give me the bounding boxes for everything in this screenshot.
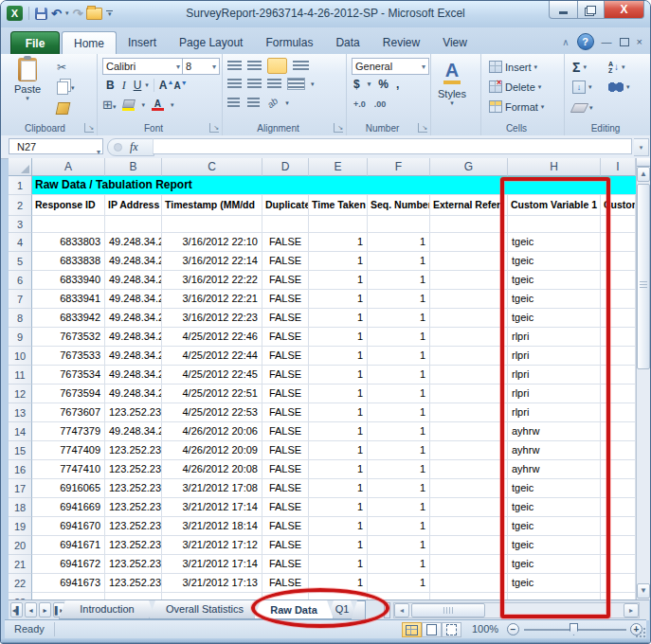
format-button[interactable]: Format▾ <box>486 98 547 116</box>
cell-E11[interactable]: 1 <box>309 366 368 385</box>
increase-decimal-button[interactable]: +.0 <box>353 99 366 109</box>
cell-C11[interactable]: 4/25/2012 22:45 <box>162 366 262 385</box>
cell-F6[interactable]: 1 <box>368 271 430 290</box>
view-page-break-button[interactable] <box>442 622 461 637</box>
zoom-level[interactable]: 100% <box>472 623 498 635</box>
cell-G16[interactable] <box>430 460 508 479</box>
cell-G13[interactable] <box>430 403 508 422</box>
cell-G23[interactable] <box>430 593 508 599</box>
excel-logo-icon[interactable]: X <box>7 6 23 21</box>
cell-B2[interactable]: IP Address <box>105 195 162 216</box>
scroll-up-button[interactable]: ▲ <box>637 167 650 182</box>
formula-input[interactable] <box>153 138 632 154</box>
column-header-H[interactable]: H <box>508 158 601 176</box>
cell-A10[interactable]: 7673533 <box>32 347 105 366</box>
cell-F4[interactable]: 1 <box>368 233 430 252</box>
cell-G3[interactable] <box>430 216 508 233</box>
v-scroll-thumb[interactable] <box>637 184 650 369</box>
cell-F7[interactable]: 1 <box>368 290 430 309</box>
cell-G15[interactable] <box>430 441 508 460</box>
cell-E9[interactable]: 1 <box>309 328 368 347</box>
cell-A5[interactable]: 6833838 <box>32 252 105 271</box>
cell-G6[interactable] <box>430 271 508 290</box>
cell-B10[interactable]: 49.248.34.202 <box>105 347 162 366</box>
orientation-dropdown-icon[interactable]: ▾ <box>285 99 289 107</box>
column-header-B[interactable]: B <box>105 158 162 176</box>
cell-C4[interactable]: 3/16/2012 22:10 <box>162 233 262 252</box>
cell-D17[interactable]: FALSE <box>262 479 309 498</box>
cell-F18[interactable]: 1 <box>368 498 430 517</box>
cell-D6[interactable]: FALSE <box>262 271 309 290</box>
workbook-close-button[interactable]: × <box>637 35 642 48</box>
cell-F10[interactable]: 1 <box>368 347 430 366</box>
row-header-8[interactable]: 8 <box>9 309 32 328</box>
cell-D4[interactable]: FALSE <box>262 233 309 252</box>
cell-A6[interactable]: 6833940 <box>32 271 105 290</box>
row-header-10[interactable]: 10 <box>9 347 32 366</box>
delete-button[interactable]: × Delete▾ <box>486 78 544 96</box>
cell-G12[interactable] <box>430 385 508 403</box>
cell-E19[interactable]: 1 <box>309 517 368 536</box>
cell-G7[interactable] <box>430 290 508 309</box>
underline-dropdown-icon[interactable]: ▾ <box>145 81 149 89</box>
row-header-13[interactable]: 13 <box>9 403 32 422</box>
workbook-restore-button[interactable] <box>620 38 629 46</box>
cell-C17[interactable]: 3/21/2012 17:08 <box>162 479 262 498</box>
cell-B12[interactable]: 49.248.34.202 <box>105 385 162 403</box>
cell-C22[interactable]: 3/21/2012 17:13 <box>162 574 262 593</box>
cell-E4[interactable]: 1 <box>309 233 368 252</box>
cell-G14[interactable] <box>430 422 508 441</box>
cell-C8[interactable]: 3/16/2012 22:23 <box>162 309 262 328</box>
view-normal-button[interactable] <box>402 622 422 637</box>
cell-B14[interactable]: 49.248.34.202 <box>105 422 162 441</box>
grow-font-button[interactable]: A▲ <box>159 79 174 92</box>
cell-E13[interactable]: 1 <box>309 403 368 422</box>
row-header-7[interactable]: 7 <box>9 290 32 309</box>
cell-F22[interactable]: 1 <box>368 574 430 593</box>
cell-C2[interactable]: Timestamp (MM/dd <box>162 195 262 216</box>
orientation-button[interactable]: ab <box>265 96 280 111</box>
undo-dropdown-icon[interactable]: ▾ <box>65 9 69 17</box>
row-header-6[interactable]: 6 <box>9 271 32 290</box>
row-header-22[interactable]: 22 <box>9 574 32 593</box>
borders-button[interactable]: ⊞▾ <box>102 98 116 112</box>
cell-A2[interactable]: Response ID <box>32 195 105 216</box>
next-sheet-button[interactable]: ▸ <box>39 602 51 617</box>
cell-F3[interactable] <box>368 216 430 233</box>
bold-button[interactable]: B <box>102 77 118 94</box>
row-header-18[interactable]: 18 <box>9 498 32 517</box>
font-size-select[interactable]: 8▾ <box>182 58 220 75</box>
cell-G9[interactable] <box>430 328 508 347</box>
fill-color-button[interactable] <box>122 99 135 111</box>
cell-C23[interactable] <box>162 593 262 599</box>
row-header-14[interactable]: 14 <box>9 422 32 441</box>
cell-C15[interactable]: 4/26/2012 20:09 <box>162 441 262 460</box>
cell-C14[interactable]: 4/26/2012 20:06 <box>162 422 262 441</box>
cell-D12[interactable]: FALSE <box>262 385 309 403</box>
cell-B23[interactable] <box>105 593 162 599</box>
cell-E8[interactable]: 1 <box>309 309 368 328</box>
vertical-scrollbar[interactable]: ▲ ▼ <box>636 158 650 599</box>
h-scroll-right-button[interactable]: ▸ <box>624 603 639 617</box>
cell-D16[interactable]: FALSE <box>262 460 309 479</box>
row-header-21[interactable]: 21 <box>9 555 32 574</box>
cell-G2[interactable]: External Refer <box>430 195 508 216</box>
minimize-button[interactable] <box>549 1 578 19</box>
cell-C10[interactable]: 4/25/2012 22:44 <box>162 347 262 366</box>
cell-F21[interactable]: 1 <box>368 555 430 574</box>
sort-filter-button[interactable]: AZ↓▾ <box>606 58 628 76</box>
cell-A13[interactable]: 7673607 <box>32 403 105 422</box>
cell-D9[interactable]: FALSE <box>262 328 309 347</box>
cell-A21[interactable]: 6941672 <box>32 555 105 574</box>
cell-G21[interactable] <box>430 555 508 574</box>
ribbon-tab-insert[interactable]: Insert <box>117 31 168 54</box>
align-right-button[interactable] <box>267 79 281 89</box>
qat-customize-icon[interactable]: ▾ <box>106 10 113 17</box>
cell-A9[interactable]: 7673532 <box>32 328 105 347</box>
format-painter-button[interactable] <box>54 99 72 117</box>
cell-A4[interactable]: 6833803 <box>32 233 105 252</box>
row-header-23[interactable]: 23 <box>9 593 32 599</box>
decrease-decimal-button[interactable]: .00 <box>374 99 387 109</box>
cell-A12[interactable]: 7673594 <box>32 385 105 403</box>
italic-button[interactable]: I <box>118 77 130 94</box>
